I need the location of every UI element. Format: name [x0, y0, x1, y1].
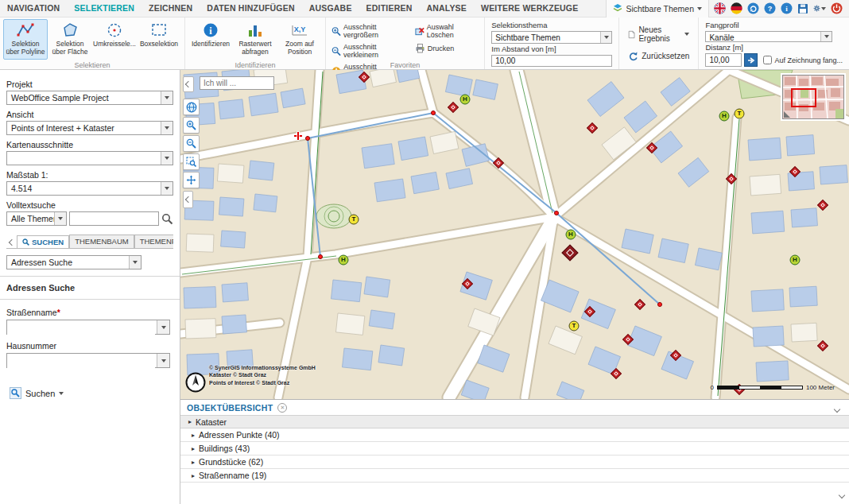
poi-marker[interactable]	[587, 122, 598, 134]
tab-suchen[interactable]: SUCHEN	[17, 235, 69, 249]
language-flag-de-icon[interactable]	[730, 2, 742, 15]
tab-navigation[interactable]: NAVIGATION	[0, 0, 67, 17]
tab-themenfilter[interactable]: THEMENFILTER	[134, 235, 173, 248]
tab-zeichnen[interactable]: ZEICHNEN	[142, 0, 200, 17]
poi-marker[interactable]	[670, 350, 681, 361]
language-flag-uk-icon[interactable]	[713, 2, 726, 15]
collapse-sidebar-button[interactable]	[183, 191, 193, 208]
poi-marker[interactable]	[634, 299, 645, 310]
bus-stop-marker[interactable]: H	[566, 230, 576, 240]
panel-collapse-icon[interactable]	[830, 398, 844, 417]
previous-extent-button[interactable]	[183, 76, 194, 92]
settings-gear-icon[interactable]	[813, 2, 826, 15]
poi-marker[interactable]	[817, 340, 828, 351]
snap-on-drawing-checkbox[interactable]	[763, 56, 772, 64]
visible-themes-dropdown[interactable]: Sichtbare Themen	[606, 0, 709, 17]
tab-weitere-werkzeuge[interactable]: WEITERE WERKZEUGE	[474, 0, 585, 17]
pan-button[interactable]	[183, 172, 200, 188]
tram-stop-marker[interactable]: T	[569, 321, 580, 331]
select-by-radius-button[interactable]: Umkreissele...	[92, 19, 137, 60]
zoom-out-button[interactable]	[183, 135, 200, 152]
fulltext-search-button[interactable]	[161, 213, 173, 225]
zoom-in-button[interactable]	[183, 117, 200, 134]
select-by-box-button[interactable]: Boxselektion	[137, 19, 181, 60]
save-session-icon[interactable]	[797, 2, 809, 15]
map-extents-select[interactable]	[6, 151, 173, 165]
polyline-vertex-marker[interactable]	[431, 110, 436, 115]
snap-distance-input[interactable]	[705, 53, 742, 67]
overview-map[interactable]	[782, 75, 844, 119]
zoom-to-position-button[interactable]: X,Y Zoom auf Position	[277, 19, 322, 60]
tab-analyse[interactable]: ANALYSE	[419, 0, 474, 17]
poi-marker[interactable]	[646, 142, 657, 153]
zoom-window-button[interactable]	[183, 153, 200, 170]
panel-scroll-down-icon[interactable]	[839, 487, 844, 501]
streetname-input[interactable]	[7, 322, 155, 335]
selection-theme-select[interactable]: Sichtbare Themen	[491, 31, 612, 44]
tab-selektieren[interactable]: SELEKTIEREN	[67, 0, 142, 17]
project-select[interactable]: WebOffice Sample Project	[6, 91, 173, 105]
view-select[interactable]: Points of Interest + Kataster	[6, 121, 173, 135]
object-item-buildings[interactable]: ▸ Buildings (43)	[180, 442, 849, 456]
tab-ausgabe[interactable]: AUSGABE	[302, 0, 359, 17]
scale-select[interactable]: 4.514	[6, 181, 173, 196]
search-type-select[interactable]: Adressen Suche	[6, 255, 142, 269]
i-will-search-input[interactable]	[200, 76, 274, 90]
zoom-out-extent-button[interactable]: Ausschnitt verkleinern	[329, 42, 411, 60]
select-by-polyline-button[interactable]: Selektion über Polyline	[3, 19, 48, 60]
object-group-kataster[interactable]: ▸ Kataster	[180, 415, 849, 428]
overview-resize-handle[interactable]	[784, 111, 790, 118]
fulltext-theme-select[interactable]: Alle Themen	[6, 211, 67, 226]
tram-stop-marker[interactable]: T	[735, 109, 745, 119]
poi-marker[interactable]	[584, 306, 595, 317]
identify-button[interactable]: i Identifizieren	[188, 19, 233, 60]
zoom-in-extent-button[interactable]: Ausschnitt vergrößern	[329, 22, 411, 40]
select-by-area-button[interactable]: Selektion über Fläche	[48, 19, 92, 60]
tab-scroll-left-icon[interactable]	[6, 236, 17, 248]
poi-marker[interactable]	[462, 278, 473, 289]
clear-selection-button[interactable]: Auswahl Löschen	[413, 22, 481, 40]
tab-editieren[interactable]: EDITIEREN	[359, 0, 420, 17]
polyline-vertex-marker[interactable]	[318, 254, 323, 259]
search-submit-button[interactable]: Suchen	[6, 386, 67, 401]
poi-marker[interactable]	[448, 102, 459, 113]
close-icon[interactable]: ✕	[277, 403, 287, 413]
map-canvas[interactable]: TTTHHHHHH	[180, 70, 849, 399]
poi-marker[interactable]	[611, 368, 622, 379]
tab-daten-hinzufuegen[interactable]: DATEN HINZUFÜGEN	[200, 0, 301, 17]
polyline-vertex-marker[interactable]	[554, 211, 559, 215]
reset-button[interactable]: Zurücksetzen	[626, 49, 692, 63]
poi-marker[interactable]	[726, 173, 737, 184]
selection-distance-input[interactable]	[491, 55, 612, 68]
new-result-button[interactable]: Neues Ergebnis	[626, 24, 692, 45]
poi-marker[interactable]	[789, 166, 801, 177]
object-item-adressen-punkte[interactable]: ▸ Adressen Punkte (40)	[180, 428, 849, 442]
housenumber-combobox[interactable]	[6, 353, 170, 368]
globe-overview-button[interactable]	[183, 99, 200, 115]
help-icon[interactable]: ?	[763, 2, 776, 15]
logout-power-icon[interactable]	[830, 2, 843, 15]
poi-marker-large[interactable]	[561, 244, 578, 261]
poi-marker[interactable]	[493, 157, 504, 169]
overview-extent-rectangle[interactable]	[791, 88, 816, 107]
bus-stop-marker[interactable]: H	[339, 255, 349, 266]
streetname-combobox[interactable]	[6, 320, 170, 335]
object-item-grundstuecke[interactable]: ▸ Grundstücke (62)	[180, 456, 849, 469]
polyline-vertex-marker[interactable]	[305, 136, 310, 141]
fulltext-search-input[interactable]	[69, 211, 159, 226]
apply-distance-button[interactable]	[744, 53, 758, 67]
refresh-session-icon[interactable]	[746, 2, 759, 15]
snap-profile-select[interactable]: Kanäle	[705, 31, 832, 42]
polyline-vertex-marker[interactable]	[657, 302, 662, 307]
info-icon[interactable]: i	[780, 2, 793, 15]
bus-stop-marker[interactable]: H	[790, 255, 801, 266]
poi-marker[interactable]	[817, 200, 828, 211]
tram-stop-marker[interactable]: T	[349, 215, 359, 225]
object-item-strassenname[interactable]: ▸ Straßenname (19)	[180, 469, 849, 483]
bus-stop-marker[interactable]: H	[719, 111, 730, 122]
bus-stop-marker[interactable]: H	[460, 95, 471, 105]
raster-value-button[interactable]: Rasterwert abfragen	[233, 19, 277, 60]
housenumber-input[interactable]	[7, 355, 155, 369]
print-button[interactable]: Drucken	[413, 42, 481, 54]
poi-marker[interactable]	[622, 334, 634, 345]
